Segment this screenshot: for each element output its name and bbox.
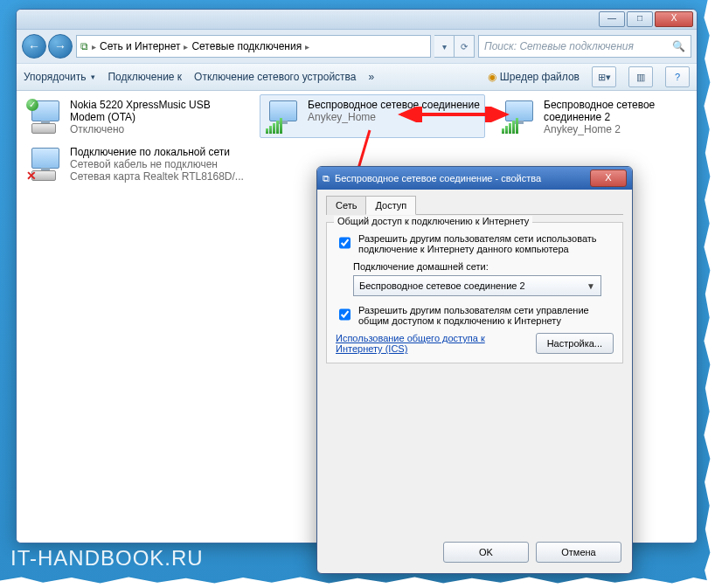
allow-control-label: Разрешить другим пользователям сети упра… <box>358 305 614 326</box>
connect-to-button[interactable]: Подключение к <box>108 71 182 83</box>
breadcrumb-seg2[interactable]: Сетевые подключения <box>191 40 302 52</box>
torn-edge-bottom <box>0 576 715 588</box>
allow-control-checkbox[interactable] <box>339 306 351 323</box>
breadcrumb-sep: ▸ <box>92 42 96 52</box>
ok-button[interactable]: OK <box>443 542 529 563</box>
wireless-icon <box>500 99 538 134</box>
cancel-button[interactable]: Отмена <box>536 542 621 563</box>
dialog-icon: ⧉ <box>323 173 330 184</box>
allow-sharing-checkbox[interactable] <box>339 234 351 252</box>
file-shredder-button[interactable]: ◉ Шредер файлов <box>488 71 580 83</box>
dialog-tabs: Сеть Доступ <box>326 195 623 215</box>
breadcrumb-sep: ▸ <box>305 42 309 52</box>
torn-edge-right <box>703 0 715 588</box>
chevron-down-icon: ▼ <box>587 281 595 291</box>
view-options-button[interactable]: ⊞▾ <box>592 66 616 87</box>
refresh-button[interactable]: ⟳ <box>455 35 475 58</box>
maximize-button[interactable]: □ <box>627 11 653 27</box>
connection-item-lan[interactable]: ✕ Подключение по локальной сети Сетевой … <box>22 142 293 187</box>
lan-icon: ✕ <box>26 146 65 181</box>
connection-ssid: Anykey_Home <box>308 111 480 123</box>
connection-item-nokia-modem[interactable]: ✓ Nokia 5220 XpressMusic USB Modem (OTA)… <box>22 94 247 140</box>
tab-network[interactable]: Сеть <box>326 196 366 215</box>
status-ok-icon: ✓ <box>26 99 38 111</box>
dialog-titlebar[interactable]: ⧉ Беспроводное сетевое соединение - свой… <box>317 167 632 190</box>
allow-sharing-row[interactable]: Разрешить другим пользователям сети испо… <box>336 233 614 254</box>
ics-help-link[interactable]: Использование общего доступа к Интернету… <box>336 333 502 354</box>
tab-sharing[interactable]: Доступ <box>365 196 416 215</box>
status-disconnected-icon: ✕ <box>26 169 38 181</box>
dialog-close-button[interactable]: X <box>590 169 627 187</box>
breadcrumb-sep: ▸ <box>184 42 188 52</box>
home-connection-block: Подключение домашней сети: Беспроводное … <box>353 261 614 296</box>
properties-dialog: ⧉ Беспроводное сетевое соединение - свой… <box>316 166 633 574</box>
connection-ssid: Anykey_Home 2 <box>544 123 692 135</box>
connection-status: Сетевой кабель не подключен <box>70 158 244 170</box>
watermark-text: IT-HANDBOOK.RU <box>10 546 204 571</box>
dialog-title: Беспроводное сетевое соединение - свойст… <box>335 173 541 183</box>
wireless-icon <box>264 99 302 134</box>
modem-icon: ✓ <box>26 99 65 134</box>
connection-item-wireless-1[interactable]: Беспроводное сетевое соединение Anykey_H… <box>260 94 485 138</box>
network-icon: ⧉ <box>80 40 88 52</box>
search-icon: 🔍 <box>672 40 685 52</box>
forward-button[interactable]: → <box>48 34 73 59</box>
organize-menu[interactable]: Упорядочить <box>24 71 95 83</box>
minimize-button[interactable]: — <box>599 11 625 27</box>
desktop-background: — □ X ← → ⧉ ▸ Сеть и Интернет ▸ Сетевые … <box>0 0 715 588</box>
preview-pane-button[interactable]: ▥ <box>628 66 653 87</box>
close-button[interactable]: X <box>655 11 693 27</box>
connection-title: Подключение по локальной сети <box>70 146 244 158</box>
home-connection-label: Подключение домашней сети: <box>353 261 614 272</box>
shredder-icon: ◉ <box>488 71 496 83</box>
address-bar[interactable]: ⧉ ▸ Сеть и Интернет ▸ Сетевые подключени… <box>76 35 431 58</box>
command-bar: Упорядочить Подключение к Отключение сет… <box>17 63 697 91</box>
connection-title: Беспроводное сетевое соединение <box>308 99 480 111</box>
allow-control-row[interactable]: Разрешить другим пользователям сети упра… <box>336 305 614 326</box>
disable-device-button[interactable]: Отключение сетевого устройства <box>194 71 356 83</box>
ics-groupbox: Общий доступ к подключению к Интернету Р… <box>326 222 623 363</box>
connection-status: Отключено <box>70 123 243 135</box>
connection-title: Беспроводное сетевое соединение 2 <box>544 99 692 123</box>
connection-adapter: Сетевая карта Realtek RTL8168D/... <box>70 170 244 183</box>
search-input[interactable]: Поиск: Сетевые подключения 🔍 <box>478 35 691 58</box>
combobox-value: Беспроводное сетевое соединение 2 <box>359 280 525 291</box>
help-button[interactable]: ? <box>665 66 690 87</box>
home-connection-combobox[interactable]: Беспроводное сетевое соединение 2 ▼ <box>353 275 601 296</box>
connection-item-wireless-2[interactable]: Беспроводное сетевое соединение 2 Anykey… <box>496 94 697 140</box>
overflow-chevron[interactable]: » <box>369 71 375 83</box>
shredder-label: Шредер файлов <box>500 71 580 83</box>
group-title: Общий доступ к подключению к Интернету <box>334 216 532 226</box>
connection-title: Nokia 5220 XpressMusic USB Modem (OTA) <box>70 99 243 123</box>
back-button[interactable]: ← <box>22 34 46 59</box>
breadcrumb-seg1[interactable]: Сеть и Интернет <box>100 40 180 52</box>
dialog-body: Сеть Доступ Общий доступ к подключению к… <box>317 190 632 379</box>
navigation-row: ← → ⧉ ▸ Сеть и Интернет ▸ Сетевые подклю… <box>17 30 697 63</box>
settings-button[interactable]: Настройка... <box>536 333 614 354</box>
search-placeholder: Поиск: Сетевые подключения <box>484 40 634 52</box>
window-titlebar[interactable]: — □ X <box>17 10 697 30</box>
address-dropdown-button[interactable]: ▾ <box>434 35 455 58</box>
dialog-button-row: OK Отмена <box>443 542 621 563</box>
allow-sharing-label: Разрешить другим пользователям сети испо… <box>358 233 614 254</box>
